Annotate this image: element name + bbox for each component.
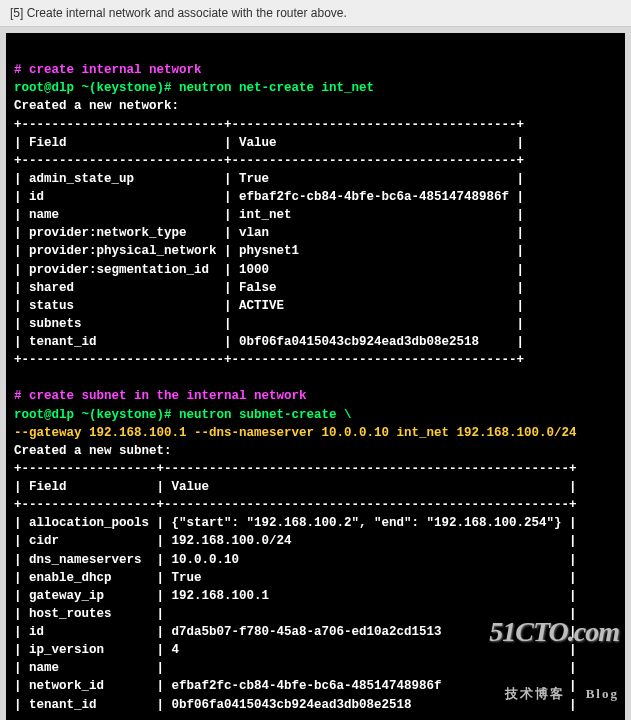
table-row: | id | efbaf2fc-cb84-4bfe-bc6a-485147489… xyxy=(14,190,524,204)
table-border: +------------------+--------------------… xyxy=(14,498,577,512)
terminal-output: # create internal network root@dlp ~(key… xyxy=(6,33,625,720)
table-row: | status | ACTIVE | xyxy=(14,299,524,313)
cmd-subnet-create: neutron subnet-create \ xyxy=(179,408,352,422)
table-row: | network_id | efbaf2fc-cb84-4bfe-bc6a-4… xyxy=(14,679,577,693)
cmd-net-create: neutron net-create int_net xyxy=(179,81,374,95)
table-row: | provider:segmentation_id | 1000 | xyxy=(14,263,524,277)
table-row: | shared | False | xyxy=(14,281,524,295)
table-row: | cidr | 192.168.100.0/24 | xyxy=(14,534,577,548)
table-row: | gateway_ip | 192.168.100.1 | xyxy=(14,589,577,603)
table-row: | host_routes | | xyxy=(14,607,577,621)
table-row: | id | d7da5b07-f780-45a8-a706-ed10a2cd1… xyxy=(14,625,577,639)
shell-prompt: root@dlp ~(keystone)# xyxy=(14,81,172,95)
table-border: +---------------------------+-----------… xyxy=(14,353,524,367)
table-row: | ip_version | 4 | xyxy=(14,643,577,657)
table-row: | subnets | | xyxy=(14,317,524,331)
table-row: | admin_state_up | True | xyxy=(14,172,524,186)
table-header: | Field | Value | xyxy=(14,136,524,150)
table-border: +---------------------------+-----------… xyxy=(14,154,524,168)
table-row: | allocation_pools | {"start": "192.168.… xyxy=(14,516,577,530)
result-header: Created a new network: xyxy=(14,99,179,113)
table-row: | provider:physical_network | physnet1 | xyxy=(14,244,524,258)
table-row: | dns_nameservers | 10.0.0.10 | xyxy=(14,553,577,567)
shell-prompt: root@dlp ~(keystone)# xyxy=(14,408,172,422)
table-row: | tenant_id | 0bf06fa0415043cb924ead3db0… xyxy=(14,335,524,349)
table-header: | Field | Value | xyxy=(14,480,577,494)
cmd-args: --gateway 192.168.100.1 --dns-nameserver… xyxy=(14,426,577,440)
table-row: | provider:network_type | vlan | xyxy=(14,226,524,240)
table-row: | tenant_id | 0bf06fa0415043cb924ead3db0… xyxy=(14,698,577,712)
table-row: | enable_dhcp | True | xyxy=(14,571,577,585)
step-note: [5] Create internal network and associat… xyxy=(0,0,631,27)
table-row: | name | | xyxy=(14,661,577,675)
table-border: +------------------+--------------------… xyxy=(14,462,577,476)
table-border: +---------------------------+-----------… xyxy=(14,118,524,132)
comment-create-subnet: # create subnet in the internal network xyxy=(14,389,307,403)
comment-create-network: # create internal network xyxy=(14,63,202,77)
table-row: | name | int_net | xyxy=(14,208,524,222)
result-header: Created a new subnet: xyxy=(14,444,172,458)
